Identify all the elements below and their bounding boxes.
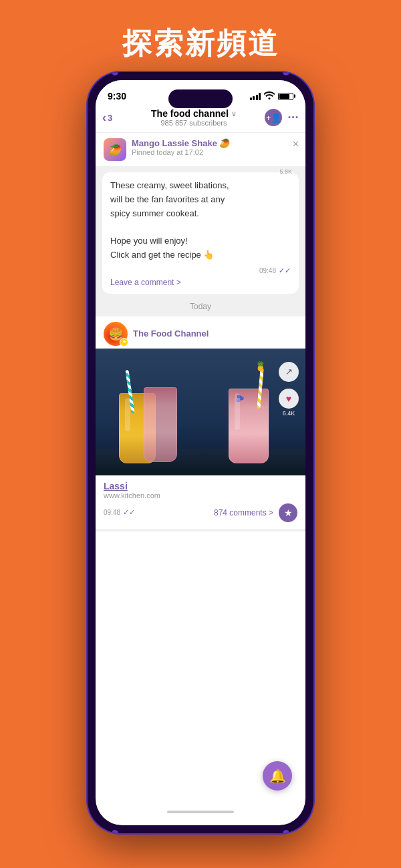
wifi-icon: [264, 91, 275, 101]
post-meta-row: 09:48 ✓✓ 874 comments > ★: [104, 503, 297, 522]
pinned-content: Mango Lassie Shake 🥭 Pinned today at 17:…: [132, 138, 297, 156]
add-user-button[interactable]: +👤: [265, 109, 282, 126]
header-center: The food channel ∨ 985 857 subscribers: [124, 108, 264, 127]
post-check-icon: ✓✓: [123, 508, 135, 517]
like-icon[interactable]: ♥: [279, 389, 299, 409]
post-time: 09:48: [104, 509, 120, 516]
corner-dot-bl: [112, 830, 118, 833]
header-actions: +👤 ···: [264, 109, 299, 126]
chat-area: 🥭 Mango Lassie Shake 🥭 Pinned today at 1…: [96, 133, 305, 531]
status-time: 9:30: [108, 91, 126, 101]
date-divider: Today: [96, 296, 305, 316]
comments-link[interactable]: 874 comments >: [214, 508, 273, 517]
home-indicator: [167, 811, 234, 813]
pinned-avatar: 🥭: [104, 138, 126, 161]
channel-avatar: 🍔 ★: [104, 322, 128, 346]
phone-frame: 9:30: [88, 72, 313, 833]
back-chevron-icon: ‹: [102, 111, 106, 125]
bookmark-button[interactable]: ★: [279, 503, 297, 522]
post-header: 🍔 ★ The Food Channel: [96, 316, 305, 349]
post-image: 🍍 🫐: [96, 349, 305, 475]
dropdown-icon[interactable]: ∨: [231, 110, 237, 118]
channel-name-row: The food channel ∨: [124, 108, 264, 119]
corner-dot-br: [283, 830, 289, 833]
subscriber-count: 985 857 subscribers: [124, 119, 264, 127]
back-count: 3: [108, 113, 112, 123]
pink-glass-back: [144, 387, 177, 462]
status-icons: [250, 91, 294, 101]
check-icon: ✓✓: [279, 266, 291, 275]
post-channel-name: The Food Channel: [133, 329, 209, 339]
page-background: 探索新頻道 9:30: [0, 0, 401, 868]
share-button[interactable]: ↗: [279, 362, 299, 382]
more-button[interactable]: ···: [287, 111, 299, 125]
post-link-title[interactable]: Lassi: [104, 481, 297, 491]
corner-dot-tl: [112, 72, 118, 75]
message-text: These creamy, sweet libations, will be t…: [110, 179, 291, 262]
message-time: 09:48: [259, 267, 276, 274]
battery-icon: [278, 93, 293, 100]
channel-name: The food channel: [151, 108, 229, 119]
star-badge: ★: [120, 338, 128, 347]
leave-comment-link[interactable]: Leave a comment >: [110, 275, 291, 287]
signal-icon: [250, 93, 261, 100]
page-title: 探索新頻道: [0, 0, 401, 63]
pinned-message: 🥭 Mango Lassie Shake 🥭 Pinned today at 1…: [96, 133, 305, 167]
post-bottom: Lassi www.kitchen.com 09:48 ✓✓ 874 comme…: [96, 475, 305, 529]
channel-post: 🍔 ★ The Food Channel: [96, 316, 305, 529]
pinned-subtitle: Pinned today at 17:02: [132, 148, 297, 156]
corner-dot-tr: [283, 72, 289, 75]
message-meta: 09:48 ✓✓: [110, 266, 291, 275]
side-actions: ↗ ♥ 6.4K: [279, 362, 299, 417]
post-link-url: www.kitchen.com: [104, 491, 297, 499]
post-image-container: 🍍 🫐: [96, 349, 305, 475]
message-bubble: 5.8K These creamy, sweet libations, will…: [102, 172, 299, 294]
channel-header: ‹ 3 The food channel ∨ 985 857 subscribe…: [96, 105, 305, 133]
pink-glass: 🍍 🫐: [229, 389, 269, 463]
back-button[interactable]: ‹ 3: [102, 111, 124, 125]
like-button[interactable]: ♥ 6.4K: [279, 389, 299, 417]
dynamic-island: [168, 89, 233, 108]
like-count: 6.4K: [283, 410, 295, 417]
view-count-badge: 5.8K: [279, 168, 292, 175]
phone-screen: 9:30: [96, 80, 305, 825]
pinned-title: Mango Lassie Shake 🥭: [132, 138, 297, 148]
close-button[interactable]: ×: [293, 138, 299, 150]
notification-bell-button[interactable]: 🔔: [263, 761, 292, 791]
